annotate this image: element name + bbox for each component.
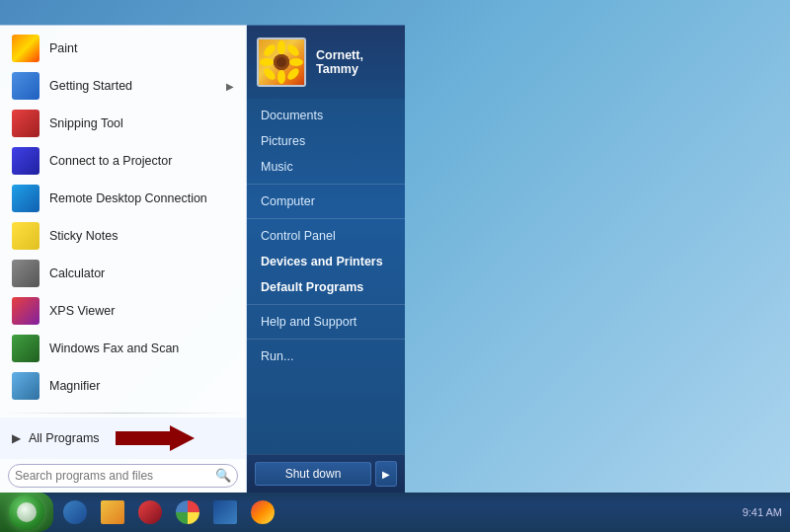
outlook-icon (213, 500, 237, 524)
sticky-notes-icon (12, 222, 40, 250)
start-menu-right-panel: Cornett, Tammy Documents Pictures Music … (247, 25, 405, 493)
menu-item-xps-viewer[interactable]: XPS Viewer (0, 292, 246, 330)
taskbar: 9:41 AM (0, 493, 790, 532)
fax-scan-label: Windows Fax and Scan (49, 342, 179, 355)
sticky-notes-label: Sticky Notes (49, 229, 118, 243)
menu-item-devices-printers[interactable]: Devices and Printers (247, 249, 405, 274)
svg-point-6 (262, 42, 277, 58)
shutdown-label: Shut down (285, 467, 342, 481)
taskbar-item-wmp[interactable] (132, 495, 168, 529)
shutdown-arrow-icon: ▶ (382, 469, 390, 480)
menu-item-calculator[interactable]: Calculator (0, 255, 246, 292)
menu-item-getting-started[interactable]: Getting Started ▶ (0, 67, 246, 105)
submenu-arrow-icon: ▶ (226, 81, 234, 92)
system-clock: 9:41 AM (743, 506, 782, 518)
calculator-label: Calculator (49, 266, 105, 280)
menu-item-sticky-notes[interactable]: Sticky Notes (0, 217, 246, 255)
shutdown-arrow-button[interactable]: ▶ (375, 461, 397, 487)
menu-item-connect-projector[interactable]: Connect to a Projector (0, 142, 246, 180)
red-arrow-indicator (116, 423, 195, 453)
menu-item-magnifier[interactable]: Magnifier (0, 367, 246, 405)
default-programs-label: Default Programs (261, 280, 363, 294)
start-orb (9, 494, 44, 530)
svg-point-7 (285, 42, 301, 58)
documents-label: Documents (261, 109, 323, 122)
menu-item-run[interactable]: Run... (247, 343, 405, 369)
help-support-label: Help and Support (261, 315, 356, 329)
svg-point-9 (285, 66, 301, 82)
avatar (257, 38, 306, 87)
taskbar-right: 9:41 AM (743, 506, 790, 518)
paint-label: Paint (49, 41, 78, 55)
search-bar[interactable]: 🔍 (8, 464, 238, 488)
windows-logo-icon (17, 502, 37, 522)
user-area: Cornett, Tammy (247, 26, 405, 99)
menu-item-control-panel[interactable]: Control Panel (247, 223, 405, 249)
shutdown-button[interactable]: Shut down (255, 462, 371, 486)
menu-item-remote-desktop[interactable]: Remote Desktop Connection (0, 180, 246, 217)
desktop: Paint Getting Started ▶ Snipping Tool Co… (0, 0, 790, 532)
menu-item-pictures[interactable]: Pictures (247, 128, 405, 154)
taskbar-item-live[interactable] (245, 495, 280, 529)
taskbar-item-ie[interactable] (57, 495, 93, 529)
svg-point-3 (277, 70, 285, 84)
start-menu-items-list: Paint Getting Started ▶ Snipping Tool Co… (0, 26, 246, 409)
calculator-icon (12, 260, 40, 287)
avatar-image (259, 39, 304, 85)
control-panel-label: Control Panel (261, 229, 336, 243)
right-divider-4 (247, 339, 405, 340)
menu-item-help-support[interactable]: Help and Support (247, 309, 405, 335)
magnifier-label: Magnifier (49, 379, 100, 393)
menu-item-default-programs[interactable]: Default Programs (247, 274, 405, 300)
connect-projector-icon (12, 147, 40, 175)
svg-point-8 (262, 66, 277, 82)
windows-media-player-icon (138, 500, 162, 524)
svg-point-5 (289, 58, 303, 66)
pictures-label: Pictures (261, 134, 305, 148)
svg-point-11 (276, 57, 286, 67)
xps-viewer-label: XPS Viewer (49, 304, 115, 318)
taskbar-item-outlook[interactable] (207, 495, 243, 529)
right-menu-items: Documents Pictures Music Computer Contro… (247, 99, 405, 454)
menu-item-music[interactable]: Music (247, 154, 405, 180)
start-button[interactable] (0, 493, 53, 532)
all-programs-arrow-icon: ▶ (12, 431, 21, 445)
user-name: Cornett, Tammy (316, 48, 395, 76)
svg-point-4 (260, 58, 274, 66)
menu-item-snipping-tool[interactable]: Snipping Tool (0, 105, 246, 142)
all-programs-label: All Programs (29, 431, 100, 445)
menu-item-documents[interactable]: Documents (247, 103, 405, 128)
right-divider-1 (247, 184, 405, 185)
getting-started-icon (12, 72, 40, 100)
all-programs-button[interactable]: ▶ All Programs (0, 418, 246, 459)
windows-live-icon (251, 500, 275, 524)
fax-scan-icon (12, 335, 40, 362)
remote-desktop-label: Remote Desktop Connection (49, 191, 207, 205)
run-label: Run... (261, 349, 293, 363)
taskbar-item-explorer[interactable] (95, 495, 130, 529)
taskbar-item-chrome[interactable] (170, 495, 205, 529)
right-divider-2 (247, 218, 405, 219)
start-menu: Paint Getting Started ▶ Snipping Tool Co… (0, 25, 405, 493)
snipping-tool-icon (12, 110, 40, 137)
taskbar-items (53, 493, 284, 532)
svg-marker-0 (116, 425, 195, 451)
menu-item-fax-scan[interactable]: Windows Fax and Scan (0, 330, 246, 367)
magnifier-icon (12, 372, 40, 400)
internet-explorer-icon (63, 500, 87, 524)
connect-projector-label: Connect to a Projector (49, 154, 172, 168)
google-chrome-icon (176, 500, 199, 524)
devices-printers-label: Devices and Printers (261, 255, 383, 268)
search-icon: 🔍 (215, 468, 231, 484)
music-label: Music (261, 160, 293, 174)
search-input[interactable] (15, 469, 211, 483)
menu-item-computer[interactable]: Computer (247, 189, 405, 214)
windows-explorer-icon (101, 500, 124, 524)
shutdown-bar: Shut down ▶ (247, 454, 405, 493)
computer-label: Computer (261, 194, 315, 208)
start-menu-divider (0, 413, 246, 414)
menu-item-paint[interactable]: Paint (0, 30, 246, 67)
getting-started-label: Getting Started (49, 79, 132, 93)
start-menu-left-panel: Paint Getting Started ▶ Snipping Tool Co… (0, 25, 247, 493)
paint-icon (12, 35, 40, 62)
